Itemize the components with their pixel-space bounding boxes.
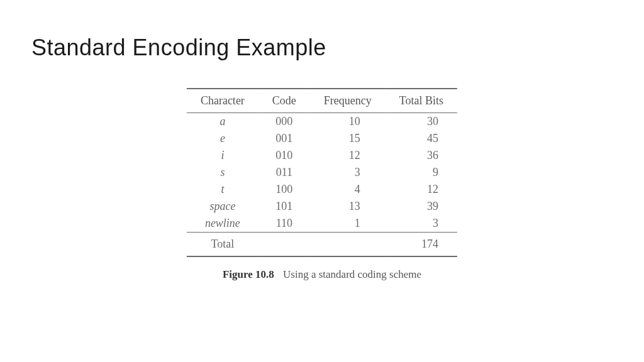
table-footer-row: Total 174	[187, 233, 457, 257]
table-row: space 101 13 39	[187, 198, 457, 215]
col-header-frequency: Frequency	[310, 89, 386, 113]
cell-character: space	[187, 198, 258, 215]
cell-totalbits: 9	[386, 164, 457, 181]
cell-code: 001	[258, 130, 310, 147]
cell-character: e	[187, 130, 258, 147]
cell-totalbits: 3	[386, 215, 457, 233]
table-header-row: Character Code Frequency Total Bits	[187, 89, 457, 113]
cell-code: 101	[258, 198, 310, 215]
cell-totalbits: 36	[386, 147, 457, 164]
footer-total-bits: 174	[386, 233, 457, 257]
table-row: e 001 15 45	[187, 130, 457, 147]
figure-number: Figure 10.8	[223, 268, 274, 280]
footer-total-label: Total	[187, 233, 258, 257]
table-row: t 100 4 12	[187, 181, 457, 198]
cell-totalbits: 39	[386, 198, 457, 215]
cell-character: s	[187, 164, 258, 181]
cell-totalbits: 45	[386, 130, 457, 147]
table-row: newline 110 1 3	[187, 215, 457, 233]
cell-frequency: 3	[310, 164, 386, 181]
col-header-totalbits: Total Bits	[386, 89, 457, 113]
cell-code: 010	[258, 147, 310, 164]
figure-caption: Figure 10.8 Using a standard coding sche…	[187, 268, 457, 281]
cell-code: 100	[258, 181, 310, 198]
figure: Character Code Frequency Total Bits a 00…	[187, 88, 457, 281]
footer-empty	[310, 233, 386, 257]
footer-empty	[258, 233, 310, 257]
cell-frequency: 15	[310, 130, 386, 147]
table-row: a 000 10 30	[187, 113, 457, 131]
encoding-table: Character Code Frequency Total Bits a 00…	[187, 88, 457, 257]
cell-totalbits: 12	[386, 181, 457, 198]
cell-frequency: 13	[310, 198, 386, 215]
cell-frequency: 10	[310, 113, 386, 131]
cell-character: a	[187, 113, 258, 131]
cell-totalbits: 30	[386, 113, 457, 131]
cell-frequency: 12	[310, 147, 386, 164]
col-header-character: Character	[187, 89, 258, 113]
cell-character: i	[187, 147, 258, 164]
page-title: Standard Encoding Example	[31, 35, 326, 61]
cell-character: t	[187, 181, 258, 198]
table-row: s 011 3 9	[187, 164, 457, 181]
table-row: i 010 12 36	[187, 147, 457, 164]
cell-code: 000	[258, 113, 310, 131]
col-header-code: Code	[258, 89, 310, 113]
slide: Standard Encoding Example Character Code…	[0, 0, 644, 362]
cell-frequency: 4	[310, 181, 386, 198]
cell-code: 011	[258, 164, 310, 181]
cell-character: newline	[187, 215, 258, 233]
cell-frequency: 1	[310, 215, 386, 233]
figure-caption-text: Using a standard coding scheme	[283, 268, 421, 280]
cell-code: 110	[258, 215, 310, 233]
